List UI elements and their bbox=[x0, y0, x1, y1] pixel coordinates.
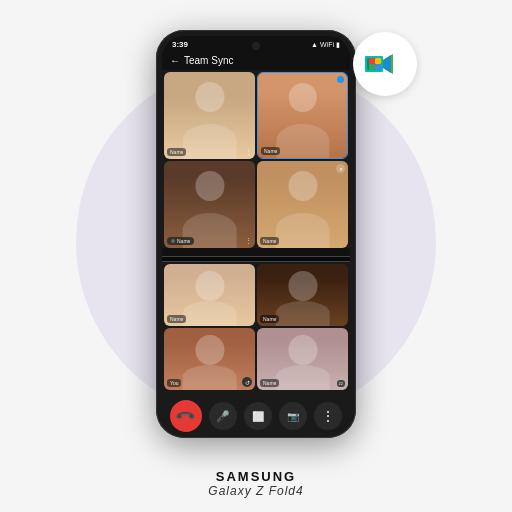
body-4 bbox=[275, 213, 330, 248]
screen-share-icon: ⬜ bbox=[252, 411, 264, 422]
head-8 bbox=[288, 335, 317, 364]
more-btn-3[interactable]: ⋮ bbox=[245, 237, 252, 245]
camera-notch bbox=[252, 42, 260, 50]
mute-button[interactable]: 🎤 bbox=[209, 402, 237, 430]
samsung-brand-name: SAMSUNG bbox=[208, 469, 303, 484]
video-cell-5[interactable]: Name bbox=[164, 264, 255, 326]
video-cell-3[interactable]: Name ⋮ bbox=[164, 161, 255, 248]
end-call-button[interactable]: 📞 bbox=[170, 400, 202, 432]
phone-screen-top: 3:39 ▲ WiFi ▮ ← Team Sync bbox=[162, 36, 350, 256]
screen-share-button[interactable]: ⬜ bbox=[244, 402, 272, 430]
more-options-button[interactable]: ⋮ bbox=[314, 402, 342, 430]
avatar-1 bbox=[164, 72, 255, 159]
video-cell-8[interactable]: Name 22 bbox=[257, 328, 348, 390]
more-options-icon: ⋮ bbox=[321, 409, 335, 423]
name-label-3: Name bbox=[167, 237, 194, 245]
name-label-1: Name bbox=[167, 148, 186, 156]
body-1 bbox=[182, 124, 237, 159]
svg-rect-3 bbox=[369, 58, 375, 64]
head-5 bbox=[195, 271, 224, 300]
chat-badge: 22 bbox=[337, 380, 345, 387]
samsung-branding: SAMSUNG Galaxy Z Fold4 bbox=[208, 469, 303, 498]
active-speaker-badge bbox=[337, 76, 344, 83]
mic-indicator bbox=[171, 239, 175, 243]
avatar-2 bbox=[258, 73, 347, 158]
head-4 bbox=[288, 171, 317, 200]
body-8 bbox=[275, 365, 330, 390]
name-label-5: Name bbox=[167, 315, 186, 323]
samsung-model-name: Galaxy Z Fold4 bbox=[208, 484, 303, 498]
name-label-7: You bbox=[167, 379, 181, 387]
google-meet-icon[interactable] bbox=[353, 32, 417, 96]
end-call-icon: 📞 bbox=[175, 405, 197, 427]
name-label-4: Name bbox=[260, 237, 279, 245]
switch-camera-icon: ↺ bbox=[245, 379, 250, 386]
head-2 bbox=[288, 83, 316, 111]
phone-screen-bottom: Name Name bbox=[162, 262, 350, 432]
avatar-3 bbox=[164, 161, 255, 248]
call-title: Team Sync bbox=[184, 55, 233, 66]
status-time: 3:39 bbox=[172, 40, 188, 49]
call-header: ← Team Sync bbox=[162, 51, 350, 70]
svg-rect-4 bbox=[375, 58, 381, 64]
more-btn-1[interactable]: ⋮ bbox=[245, 148, 252, 156]
video-cell-2[interactable]: Name bbox=[257, 72, 348, 159]
body-7 bbox=[182, 365, 237, 390]
phone-outer-shell: 3:39 ▲ WiFi ▮ ← Team Sync bbox=[156, 30, 356, 438]
status-icons: ▲ WiFi ▮ bbox=[311, 41, 340, 49]
wifi-icon: WiFi bbox=[320, 41, 334, 48]
mute-icon-4: ✕ bbox=[336, 164, 345, 173]
back-arrow-icon[interactable]: ← bbox=[170, 55, 180, 66]
switch-camera-btn[interactable]: ↺ bbox=[242, 377, 252, 387]
camera-icon: 📷 bbox=[287, 411, 299, 422]
head-3 bbox=[195, 171, 224, 200]
head-6 bbox=[288, 271, 317, 300]
phone-device: 3:39 ▲ WiFi ▮ ← Team Sync bbox=[156, 30, 356, 438]
name-label-6: Name bbox=[260, 315, 279, 323]
video-cell-1[interactable]: Name ⋮ bbox=[164, 72, 255, 159]
head-7 bbox=[195, 335, 224, 364]
body-5 bbox=[182, 301, 237, 326]
svg-rect-5 bbox=[369, 64, 375, 70]
battery-icon: ▮ bbox=[336, 41, 340, 49]
signal-icon: ▲ bbox=[311, 41, 318, 48]
head-1 bbox=[195, 82, 224, 111]
name-label-2: Name bbox=[261, 147, 280, 155]
scene: 3:39 ▲ WiFi ▮ ← Team Sync bbox=[0, 0, 512, 512]
video-cell-7[interactable]: You ↺ bbox=[164, 328, 255, 390]
bottom-video-grid: Name Name bbox=[162, 262, 350, 392]
svg-rect-6 bbox=[375, 64, 381, 70]
top-video-grid: Name ⋮ Name bbox=[162, 70, 350, 248]
body-6 bbox=[275, 301, 330, 326]
body-2 bbox=[276, 124, 329, 158]
phone-hinge bbox=[162, 256, 350, 262]
video-cell-6[interactable]: Name bbox=[257, 264, 348, 326]
video-cell-4[interactable]: ✕ Name bbox=[257, 161, 348, 248]
avatar-4 bbox=[257, 161, 348, 248]
name-label-8: Name bbox=[260, 379, 279, 387]
mute-icon: 🎤 bbox=[216, 410, 230, 423]
control-bar: 📞 🎤 ⬜ 📷 ⋮ bbox=[162, 392, 350, 432]
camera-button[interactable]: 📷 bbox=[279, 402, 307, 430]
